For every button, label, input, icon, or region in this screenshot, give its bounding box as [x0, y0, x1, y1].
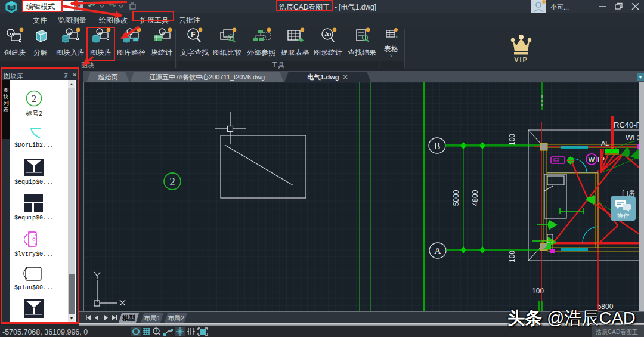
svg-text:4800: 4800: [471, 190, 479, 206]
svg-text:VIP: VIP: [514, 56, 528, 63]
svg-text:B: B: [434, 141, 441, 151]
svg-text:A: A: [434, 246, 441, 256]
svg-text:F: F: [191, 30, 195, 39]
svg-text:x: x: [395, 34, 398, 39]
svg-text:AL: AL: [601, 140, 609, 147]
svg-text:2: 2: [169, 175, 175, 188]
svg-text:W: W: [589, 156, 595, 163]
svg-text:门房: 门房: [622, 190, 635, 197]
svg-text:100: 100: [532, 287, 544, 295]
svg-text:协作: 协作: [617, 212, 630, 219]
svg-text:5000: 5000: [452, 190, 460, 206]
svg-text:2: 2: [32, 93, 37, 104]
svg-text:100: 100: [508, 251, 516, 262]
svg-text:RC40-F: RC40-F: [614, 120, 641, 129]
svg-text:100: 100: [508, 134, 516, 146]
